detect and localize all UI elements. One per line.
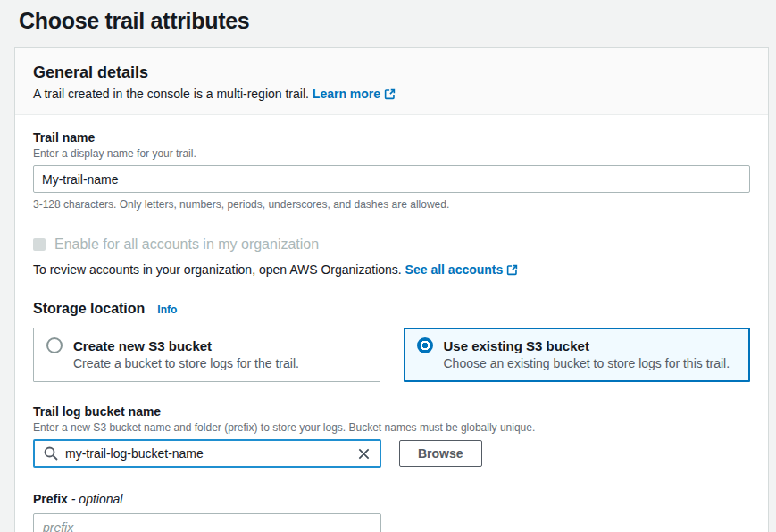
tile-title: Create new S3 bucket [73, 338, 212, 353]
clear-input-icon[interactable] [357, 447, 371, 461]
section-description-text: A trail created in the console is a mult… [33, 87, 309, 101]
trail-name-constraint: 3-128 characters. Only letters, numbers,… [33, 198, 750, 211]
tile-description: Choose an existing bucket to store logs … [444, 356, 738, 370]
external-link-icon [384, 88, 396, 103]
bucket-name-search-input[interactable]: my-trail-log-bucket-name [33, 439, 381, 468]
trail-name-description: Enter a display name for your trail. [33, 147, 750, 160]
tile-use-existing-s3-bucket[interactable]: Use existing S3 bucket Choose an existin… [404, 328, 751, 382]
tile-create-new-s3-bucket[interactable]: Create new S3 bucket Create a bucket to … [33, 328, 380, 382]
trail-name-input[interactable] [33, 165, 750, 193]
radio-unselected-icon[interactable] [46, 337, 63, 353]
org-note: To review accounts in your organization,… [33, 262, 750, 278]
general-details-body: Trail name Enter a display name for your… [15, 115, 768, 532]
prefix-label: Prefix - optional [33, 492, 750, 506]
storage-location-info-link[interactable]: Info [157, 303, 177, 316]
section-description: A trail created in the console is a mult… [33, 87, 750, 103]
section-title: General details [33, 63, 750, 82]
org-enable-checkbox-label: Enable for all accounts in my organizati… [54, 237, 319, 253]
bucket-name-label: Trail log bucket name [33, 404, 750, 419]
general-details-header: General details A trail created in the c… [15, 48, 768, 115]
prefix-input[interactable] [33, 513, 381, 532]
bucket-name-value: my-trail-log-bucket-name [65, 446, 204, 461]
tile-title: Use existing S3 bucket [444, 338, 589, 353]
prefix-optional-text: - optional [71, 492, 123, 506]
external-link-icon [506, 264, 518, 278]
storage-location-head: Storage location Info [33, 301, 750, 317]
prefix-field: Prefix - optional [33, 492, 750, 532]
browse-button[interactable]: Browse [399, 440, 482, 467]
trail-name-label: Trail name [33, 130, 750, 145]
tile-top: Create new S3 bucket [46, 337, 367, 353]
general-details-container: General details A trail created in the c… [14, 47, 769, 532]
storage-location-label: Storage location [33, 301, 145, 317]
page-title: Choose trail attributes [0, 0, 776, 47]
org-note-text: To review accounts in your organization,… [33, 262, 402, 277]
bucket-name-field: Trail log bucket name Enter a new S3 buc… [33, 404, 750, 468]
storage-location-tiles: Create new S3 bucket Create a bucket to … [33, 328, 750, 382]
tile-top: Use existing S3 bucket [417, 337, 738, 353]
prefix-label-text: Prefix [33, 492, 68, 506]
search-icon [44, 446, 58, 461]
bucket-name-row: my-trail-log-bucket-name Browse [33, 439, 750, 468]
text-caret [79, 446, 79, 461]
org-enable-checkbox[interactable] [33, 238, 46, 251]
tile-description: Create a bucket to store logs for the tr… [73, 356, 367, 370]
trail-name-field: Trail name Enter a display name for your… [33, 130, 750, 211]
learn-more-link[interactable]: Learn more [313, 87, 380, 101]
radio-selected-icon[interactable] [417, 337, 433, 353]
see-all-accounts-link[interactable]: See all accounts [405, 262, 504, 277]
bucket-name-description: Enter a new S3 bucket name and folder (p… [33, 421, 750, 434]
org-enable-checkbox-row: Enable for all accounts in my organizati… [33, 237, 750, 253]
